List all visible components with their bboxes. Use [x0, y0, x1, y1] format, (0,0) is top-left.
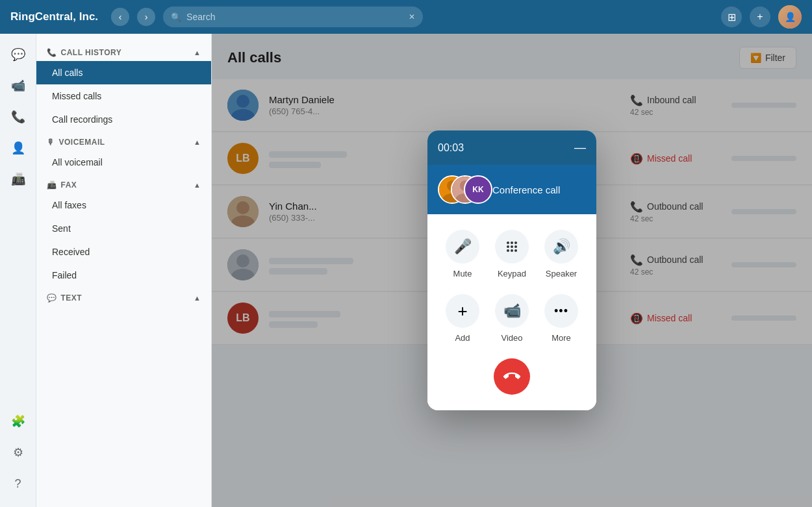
sidebar-item-help[interactable]: ? — [5, 471, 31, 497]
mute-icon: 🎤 — [446, 230, 479, 264]
popup-end-row — [438, 358, 586, 395]
nav-item-received-faxes[interactable]: Received — [36, 240, 211, 264]
sidebar-item-settings[interactable]: ⚙ — [5, 439, 31, 465]
nav-item-missed-calls[interactable]: Missed calls — [36, 84, 211, 108]
app-title: RingCentral, Inc. — [10, 10, 98, 23]
svg-point-18 — [507, 245, 509, 248]
nav-item-all-calls[interactable]: All calls — [36, 61, 211, 84]
sidebar-item-contacts[interactable]: 👤 — [5, 135, 31, 161]
more-label: More — [552, 333, 571, 343]
search-bar: 🔍 ✕ — [163, 6, 423, 27]
sidebar-item-plugins[interactable]: 🧩 — [5, 408, 31, 434]
call-history-title: 📞 CALL HISTORY — [47, 48, 121, 57]
svg-point-16 — [511, 241, 513, 244]
add-icon: + — [446, 294, 479, 328]
nav-item-sent-faxes[interactable]: Sent — [36, 217, 211, 240]
svg-point-22 — [511, 249, 513, 252]
svg-point-21 — [507, 249, 509, 252]
overlay-backdrop: 00:03 — — [212, 34, 812, 507]
user-avatar[interactable]: 👤 — [778, 5, 802, 29]
search-input[interactable] — [186, 12, 403, 22]
sidebar-item-phone[interactable]: 📞 — [5, 104, 31, 130]
forward-button[interactable]: › — [137, 8, 155, 26]
voicemail-arrow: ▲ — [194, 138, 201, 146]
svg-point-23 — [514, 249, 517, 252]
text-arrow: ▲ — [194, 294, 201, 302]
video-label: Video — [501, 333, 522, 343]
voicemail-title: 🎙 VOICEMAIL — [47, 138, 105, 147]
text-section-header[interactable]: 💬 TEXT ▲ — [36, 287, 211, 306]
popup-header: 00:03 — — [427, 130, 596, 165]
call-timer: 00:03 — [438, 142, 464, 154]
nav-item-failed-faxes[interactable]: Failed — [36, 264, 211, 287]
content-area: All calls 🔽 Filter Martyn Daniele — [212, 34, 812, 507]
nav-item-all-faxes[interactable]: All faxes — [36, 193, 211, 217]
popup-action-row-1: 🎤 Mute — [438, 230, 586, 278]
call-history-section-header[interactable]: 📞 CALL HISTORY ▲ — [36, 42, 211, 61]
text-title: 💬 TEXT — [47, 293, 82, 303]
grid-icon[interactable]: ⊞ — [721, 6, 742, 27]
nav-item-call-recordings[interactable]: Call recordings — [36, 108, 211, 131]
main-layout: 💬 📹 📞 👤 📠 🧩 ⚙ ? 📞 CALL HISTORY ▲ All cal… — [0, 34, 812, 507]
mute-button[interactable]: 🎤 Mute — [446, 230, 479, 278]
topbar-right: ⊞ + 👤 — [721, 5, 802, 29]
svg-point-15 — [507, 241, 509, 244]
fax-icon: 📠 — [47, 180, 57, 190]
mute-label: Mute — [453, 269, 472, 278]
fax-arrow: ▲ — [194, 181, 201, 189]
sidebar-item-fax[interactable]: 📠 — [5, 166, 31, 192]
minimize-button[interactable]: — — [574, 141, 586, 155]
voicemail-icon: 🎙 — [47, 138, 55, 147]
back-button[interactable]: ‹ — [111, 8, 129, 26]
nav-item-all-voicemail[interactable]: All voicemail — [36, 151, 211, 174]
add-label: Add — [455, 333, 470, 343]
conference-info: KK Conference call — [427, 165, 596, 214]
nav-sidebar: 📞 CALL HISTORY ▲ All calls Missed calls … — [36, 34, 212, 507]
fax-title: 📠 FAX — [47, 180, 77, 190]
keypad-button[interactable]: Keypad — [495, 230, 529, 278]
search-icon: 🔍 — [171, 12, 181, 22]
add-icon[interactable]: + — [750, 6, 770, 27]
svg-point-20 — [514, 245, 517, 248]
sidebar-item-messages[interactable]: 💬 — [5, 42, 31, 68]
conference-avatar-kk: KK — [464, 175, 492, 204]
speaker-icon: 🔊 — [544, 230, 578, 264]
keypad-icon — [495, 230, 529, 264]
fax-section-header[interactable]: 📠 FAX ▲ — [36, 174, 211, 193]
popup-action-row-2: + Add 📹 Video ••• More — [438, 294, 586, 343]
conference-call-popup: 00:03 — — [427, 130, 596, 410]
text-icon: 💬 — [47, 293, 57, 303]
svg-point-17 — [514, 241, 517, 244]
sidebar-item-video[interactable]: 📹 — [5, 73, 31, 99]
more-button[interactable]: ••• More — [544, 294, 578, 343]
popup-body: 🎤 Mute — [427, 214, 596, 410]
phone-small-icon: 📞 — [47, 48, 57, 57]
conference-label: Conference call — [492, 184, 560, 195]
add-button[interactable]: + Add — [446, 294, 479, 343]
topbar: RingCentral, Inc. ‹ › 🔍 ✕ ⊞ + 👤 — [0, 0, 812, 34]
call-history-arrow: ▲ — [194, 49, 201, 56]
end-call-button[interactable] — [494, 358, 530, 395]
video-icon: 📹 — [495, 294, 529, 328]
voicemail-section-header[interactable]: 🎙 VOICEMAIL ▲ — [36, 131, 211, 151]
icon-sidebar-bottom: 🧩 ⚙ ? — [5, 408, 31, 507]
speaker-label: Speaker — [546, 269, 577, 278]
clear-search-icon[interactable]: ✕ — [409, 12, 415, 21]
more-icon: ••• — [544, 294, 578, 328]
icon-sidebar: 💬 📹 📞 👤 📠 🧩 ⚙ ? — [0, 34, 36, 507]
keypad-label: Keypad — [498, 269, 526, 278]
speaker-button[interactable]: 🔊 Speaker — [544, 230, 578, 278]
video-button[interactable]: 📹 Video — [495, 294, 529, 343]
svg-point-19 — [511, 245, 513, 248]
avatar-face: 👤 — [778, 5, 802, 29]
conference-avatars: KK — [438, 175, 485, 204]
